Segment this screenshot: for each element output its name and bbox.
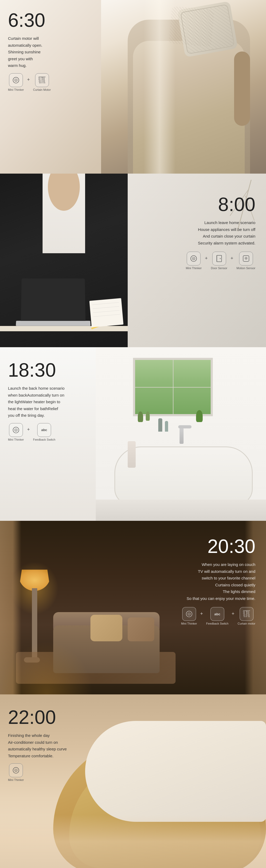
thinker-icon-4 xyxy=(182,607,196,621)
curtain-svg xyxy=(38,76,46,84)
floor-light xyxy=(0,641,93,694)
notepad xyxy=(89,298,124,327)
plant-3 xyxy=(196,410,203,422)
scene-1-content: 6:30 Curtain motor will automatically op… xyxy=(8,11,51,91)
feedback-icon-3: abc xyxy=(37,423,51,437)
thinker-label-5: Mini Thinker xyxy=(8,778,24,781)
motion-label-2: Motion Sensor xyxy=(237,267,255,270)
plus-2b: + xyxy=(231,256,234,266)
thinker-label-2: Mini Thinker xyxy=(186,267,202,270)
device-thinker-3: Mini Thinker xyxy=(8,423,24,441)
desc-2: Launch leave home scenario House applian… xyxy=(144,219,255,246)
desc-4: When you are laying on couch TV will aut… xyxy=(144,561,255,602)
curtain-label-4: Curtain motor xyxy=(238,622,255,625)
towel xyxy=(128,441,136,468)
svg-rect-8 xyxy=(217,255,221,262)
svg-point-16 xyxy=(16,430,16,430)
floor xyxy=(96,500,266,521)
device-row-1: Mini Thinker + Curtain Motor xyxy=(8,73,51,91)
device-row-5: Mini Thinker xyxy=(8,764,99,781)
device-door-2: Door Sensor xyxy=(211,252,228,270)
curtain-icon-4 xyxy=(240,607,254,621)
curtain-icon-1 xyxy=(35,73,49,87)
device-thinker-4: Mini Thinker xyxy=(181,607,197,625)
scene-sleep: 22:00 Finishing the whole day Air-condit… xyxy=(0,694,266,868)
person-area xyxy=(0,174,133,347)
thinker-svg xyxy=(12,76,20,84)
thinker-svg-2 xyxy=(190,255,197,262)
pillow-main xyxy=(85,721,266,822)
device-motion-2: Motion Sensor xyxy=(237,252,255,270)
thinker-label-4: Mini Thinker xyxy=(181,622,197,625)
scene-3-content: 18:30 Launch the back home scenario when… xyxy=(8,361,104,441)
device-thinker-2: Mini Thinker xyxy=(186,252,202,270)
bottle-2 xyxy=(165,421,168,432)
bottle xyxy=(158,418,162,432)
time-4: 20:30 xyxy=(144,537,255,556)
feedback-label-3: Feedback Switch xyxy=(33,438,55,441)
thinker-icon-3 xyxy=(9,423,23,437)
laptop xyxy=(16,321,90,326)
svg-point-13 xyxy=(245,258,246,259)
thinker-svg-4 xyxy=(185,610,193,618)
scene-morning: 6:30 Curtain motor will automatically op… xyxy=(0,0,266,174)
plant-2 xyxy=(146,411,150,421)
device-row-3: Mini Thinker + abc Feedback Switch xyxy=(8,423,104,441)
device-feedback-4: abc Feedback Switch xyxy=(206,607,229,625)
svg-point-2 xyxy=(16,80,16,81)
device-feedback-3: abc Feedback Switch xyxy=(33,423,55,441)
device-thinker-5: Mini Thinker xyxy=(8,764,24,781)
svg-point-9 xyxy=(220,258,220,259)
faucet-spout xyxy=(178,425,191,428)
thinker-icon-2 xyxy=(187,252,201,266)
bathroom-window xyxy=(133,358,213,416)
thinker-label-3: Mini Thinker xyxy=(8,438,24,441)
light-beam xyxy=(144,0,176,174)
plus-1: + xyxy=(27,77,30,87)
curtain-label-1: Curtain Motor xyxy=(33,88,51,91)
time-1: 6:30 xyxy=(8,11,51,30)
plant xyxy=(138,411,143,422)
plus-4b: + xyxy=(232,611,235,621)
plus-2a: + xyxy=(205,256,208,266)
time-2: 8:00 xyxy=(144,195,255,214)
thinker-icon-5 xyxy=(9,764,23,777)
door-svg xyxy=(216,255,223,262)
motion-icon-2 xyxy=(239,252,253,266)
plus-4a: + xyxy=(200,611,203,621)
thinker-icon-1 xyxy=(9,73,23,87)
device-thinker-1: Mini Thinker xyxy=(8,73,24,91)
scene-4-content: 20:30 When you are laying on couch TV wi… xyxy=(144,537,255,625)
plus-3: + xyxy=(27,427,30,437)
feedback-icon-4: abc xyxy=(210,607,224,621)
curtain-svg-4 xyxy=(243,610,250,618)
thinker-label-1: Mini Thinker xyxy=(8,88,24,91)
device-curtain-1: Curtain Motor xyxy=(33,73,51,91)
chair-arm xyxy=(234,52,250,126)
desc-3: Launch the back home scenario when backA… xyxy=(8,385,104,419)
faucet-pole xyxy=(180,428,184,444)
device-curtain-4: Curtain motor xyxy=(238,607,255,625)
device-row-2: Mini Thinker + Door Sensor + xyxy=(144,252,255,270)
laptop-screen xyxy=(21,278,86,321)
svg-point-24 xyxy=(16,770,16,771)
time-3: 18:30 xyxy=(8,361,104,380)
window-pane-v xyxy=(173,360,174,414)
scene-2-content: 8:00 Launch leave home scenario House ap… xyxy=(144,195,255,270)
blanket xyxy=(0,815,266,868)
desc-5: Finishing the whole day Air-conditioner … xyxy=(8,732,99,759)
scene-5-content: 22:00 Finishing the whole day Air-condit… xyxy=(8,708,99,781)
time-5: 22:00 xyxy=(8,708,99,727)
device-row-4: Mini Thinker + abc Feedback Switch + xyxy=(144,607,255,625)
svg-point-7 xyxy=(193,258,194,259)
thinker-svg-3 xyxy=(12,426,20,434)
desc-1: Curtain motor will automatically open. S… xyxy=(8,35,51,69)
door-label-2: Door Sensor xyxy=(211,267,228,270)
scene-back-home: 18:30 Launch the back home scenario when… xyxy=(0,347,266,521)
scene-movie: 20:30 When you are laying on couch TV wi… xyxy=(0,521,266,694)
table-surface xyxy=(0,326,133,331)
feedback-label-4: Feedback Switch xyxy=(206,622,229,625)
thinker-svg-5 xyxy=(12,767,20,774)
sofa-pillow xyxy=(90,615,122,641)
svg-point-19 xyxy=(189,614,189,615)
